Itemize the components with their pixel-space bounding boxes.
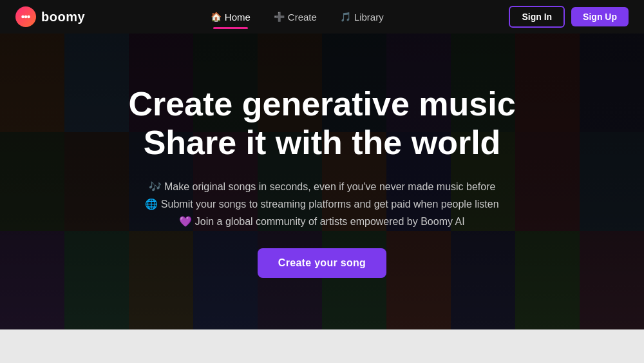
hero-feature-2: 🌐 Submit your songs to streaming platfor… — [128, 198, 515, 210]
hero-content: Create generative music Share it with th… — [102, 85, 541, 278]
hero-feature-1: 🎶 Make original songs in seconds, even i… — [128, 181, 515, 193]
home-icon: 🏠 — [211, 12, 222, 22]
nav-home-label: Home — [225, 12, 251, 23]
signup-button[interactable]: Sign Up — [571, 7, 629, 26]
nav-create[interactable]: ➕ Create — [265, 8, 326, 26]
nav-links: 🏠 Home ➕ Create 🎵 Library — [202, 8, 393, 26]
svg-point-0 — [21, 15, 24, 19]
hero-features-list: 🎶 Make original songs in seconds, even i… — [128, 181, 515, 228]
nav-create-label: Create — [288, 12, 317, 23]
hero-title-line2: Share it with the world — [144, 124, 501, 161]
navbar: boomy 🏠 Home ➕ Create 🎵 Library Sign In … — [0, 0, 644, 34]
create-song-button[interactable]: Create your song — [258, 248, 386, 278]
brand-area: boomy — [15, 6, 85, 27]
hero-section: Create generative music Share it with th… — [0, 34, 644, 329]
hero-title-line1: Create generative music — [128, 85, 515, 123]
boomy-logo-icon — [15, 6, 36, 27]
svg-point-1 — [24, 15, 28, 19]
svg-point-2 — [27, 15, 30, 19]
signin-button[interactable]: Sign In — [509, 6, 565, 28]
hero-feature-3: 💜 Join a global community of artists emp… — [128, 215, 515, 228]
nav-home[interactable]: 🏠 Home — [202, 8, 260, 26]
auth-buttons: Sign In Sign Up — [509, 6, 629, 28]
bottom-section — [0, 329, 644, 363]
create-icon: ➕ — [274, 12, 285, 22]
brand-name: boomy — [41, 10, 85, 25]
hero-title: Create generative music Share it with th… — [128, 85, 515, 162]
library-icon: 🎵 — [340, 12, 351, 22]
nav-library[interactable]: 🎵 Library — [331, 8, 393, 26]
nav-library-label: Library — [354, 12, 384, 23]
